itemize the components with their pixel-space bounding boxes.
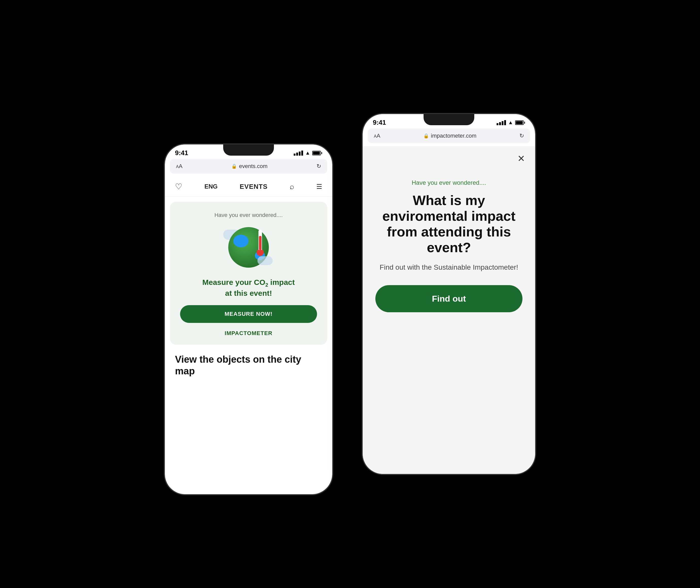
search-icon[interactable]: ⌕ bbox=[289, 182, 294, 191]
impactometer-logo: IMPACTOMETER bbox=[180, 330, 317, 337]
below-banner-section: View the objects on the city map bbox=[165, 345, 332, 386]
co2-banner: Have you ever wondered.... Measure your … bbox=[170, 202, 327, 345]
banner-title: Measure your CO2 impactat this event! bbox=[180, 277, 317, 298]
logo-text: IMPACTOMETER bbox=[225, 330, 272, 336]
status-time-right: 9:41 bbox=[373, 119, 386, 126]
url-bar-left[interactable]: 🔒 events.com bbox=[182, 163, 316, 170]
thermometer bbox=[257, 230, 264, 258]
find-out-button[interactable]: Find out bbox=[376, 285, 523, 312]
co2-subscript: 2 bbox=[265, 282, 268, 288]
battery-icon-right bbox=[515, 120, 525, 125]
browser-bar-right[interactable]: AA 🔒 impactometer.com ↻ bbox=[368, 128, 530, 143]
status-time-left: 9:41 bbox=[175, 149, 188, 157]
signal-icon-left bbox=[294, 151, 303, 156]
city-map-title: View the objects on the city map bbox=[175, 354, 322, 377]
popup-close-area: ✕ bbox=[363, 146, 535, 164]
thermo-bulb bbox=[257, 249, 264, 256]
url-text-right: impactometer.com bbox=[431, 133, 477, 139]
popup-description: Find out with the Sustainable Impactomet… bbox=[376, 262, 523, 272]
phone-left-screen: 9:41 ▲ AA 🔒 events.com ↻ ♡ bbox=[165, 144, 332, 494]
status-icons-right: ▲ bbox=[497, 120, 525, 125]
url-text-left: events.com bbox=[239, 163, 267, 170]
wifi-icon-left: ▲ bbox=[305, 150, 310, 156]
close-button[interactable]: ✕ bbox=[517, 153, 525, 164]
phone-right: 9:41 ▲ AA 🔒 impactometer.com ↻ bbox=[363, 114, 535, 474]
popup-title: What is my enviromental impact from atte… bbox=[376, 192, 523, 255]
favorites-icon[interactable]: ♡ bbox=[175, 182, 182, 191]
lock-icon-left: 🔒 bbox=[231, 163, 237, 169]
refresh-button-left[interactable]: ↻ bbox=[316, 163, 321, 170]
refresh-button-right[interactable]: ↻ bbox=[520, 133, 524, 139]
banner-title-text1: Measure your CO bbox=[202, 278, 265, 286]
url-bar-right[interactable]: 🔒 impactometer.com bbox=[380, 133, 520, 139]
wifi-icon-right: ▲ bbox=[508, 120, 513, 125]
measure-now-button[interactable]: MEASURE NOW! bbox=[180, 305, 317, 323]
phone-right-screen: 9:41 ▲ AA 🔒 impactometer.com ↻ bbox=[363, 114, 535, 474]
banner-subtitle: Have you ever wondered.... bbox=[180, 212, 317, 218]
browser-bar-left[interactable]: AA 🔒 events.com ↻ bbox=[170, 159, 327, 174]
thermo-fill bbox=[259, 236, 261, 250]
events-nav-label[interactable]: EVENTS bbox=[240, 183, 267, 191]
popup-screen: ✕ Have you ever wondered.... What is my … bbox=[363, 146, 535, 474]
language-selector[interactable]: ENG bbox=[204, 183, 218, 190]
popup-content: Have you ever wondered.... What is my en… bbox=[363, 164, 535, 474]
banner-title-text2: impact bbox=[268, 278, 295, 286]
banner-title-text3: at this event! bbox=[225, 289, 272, 297]
cloud-right bbox=[257, 256, 273, 265]
notch-left bbox=[223, 144, 274, 156]
phone-left: 9:41 ▲ AA 🔒 events.com ↻ ♡ bbox=[165, 144, 332, 494]
nav-bar-left: ♡ ENG EVENTS ⌕ ☰ bbox=[165, 177, 332, 197]
font-size-control-left[interactable]: AA bbox=[176, 163, 182, 170]
lock-icon-right: 🔒 bbox=[423, 133, 429, 139]
battery-icon-left bbox=[312, 151, 322, 155]
thermo-tube bbox=[258, 230, 262, 250]
popup-pretitle: Have you ever wondered.... bbox=[376, 179, 523, 186]
font-size-control-right[interactable]: AA bbox=[374, 133, 380, 139]
globe-illustration bbox=[226, 225, 271, 270]
menu-icon[interactable]: ☰ bbox=[316, 183, 322, 191]
notch-right bbox=[424, 114, 474, 125]
signal-icon-right bbox=[497, 120, 506, 125]
status-icons-left: ▲ bbox=[294, 150, 322, 156]
